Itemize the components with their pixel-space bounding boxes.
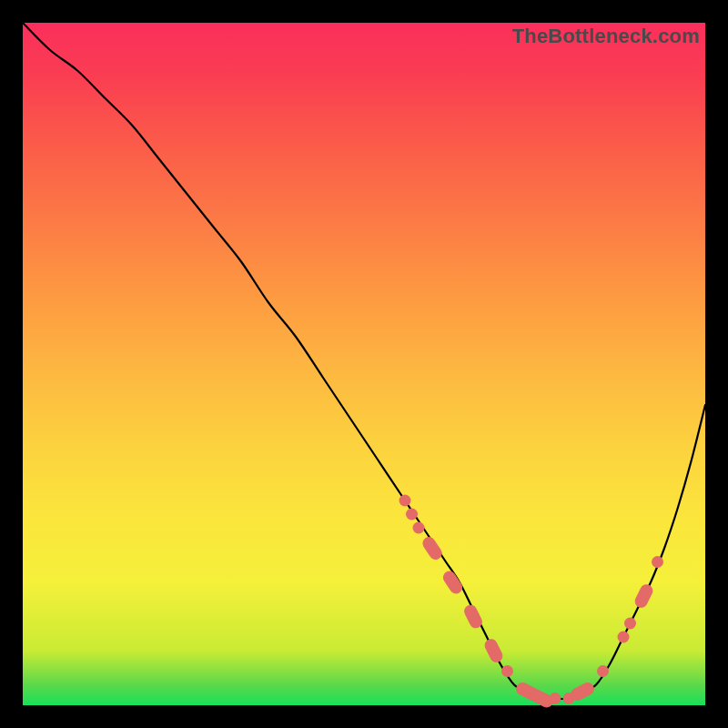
- marker-dot: [501, 665, 513, 677]
- marker-capsule: [462, 603, 483, 630]
- marker-capsule: [420, 535, 443, 561]
- curve-path: [23, 23, 705, 699]
- marker-dot: [624, 618, 636, 630]
- marker-dot: [618, 632, 630, 643]
- marker-dot: [399, 495, 411, 507]
- marker-capsule: [633, 582, 654, 609]
- chart-frame: TheBottleneck.com: [23, 23, 705, 705]
- chart-svg: [23, 23, 705, 705]
- marker-capsule: [483, 637, 504, 663]
- bottleneck-curve: [23, 23, 705, 699]
- marker-dot: [413, 522, 425, 534]
- marker-dot: [406, 509, 418, 521]
- highlight-markers: [399, 495, 664, 710]
- marker-dot: [597, 665, 609, 677]
- watermark-text: TheBottleneck.com: [512, 25, 700, 48]
- marker-capsule: [569, 681, 595, 702]
- marker-dot: [652, 556, 663, 568]
- marker-dot: [550, 693, 561, 704]
- marker-capsule: [441, 570, 464, 596]
